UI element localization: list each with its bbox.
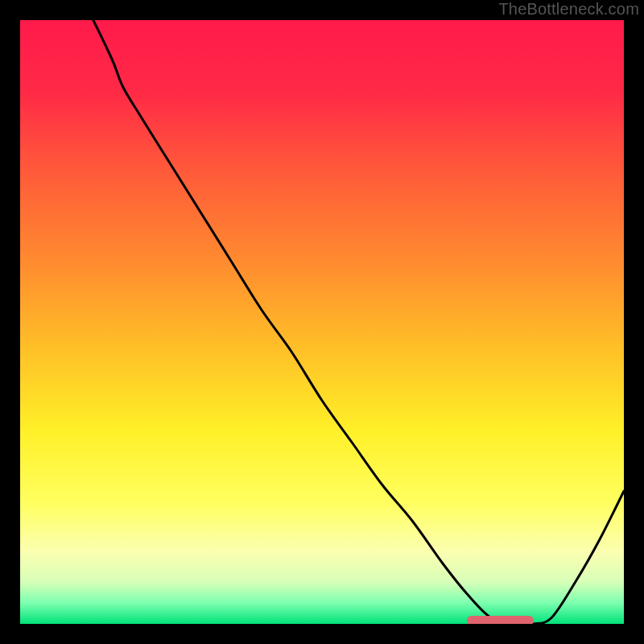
plot-outer — [20, 20, 624, 624]
trough-marker — [467, 616, 534, 624]
watermark-text: TheBottleneck.com — [498, 0, 639, 19]
curve-path — [20, 20, 624, 624]
bottleneck-curve — [20, 20, 624, 624]
chart-frame: TheBottleneck.com — [0, 0, 644, 644]
plot-area — [20, 20, 624, 624]
